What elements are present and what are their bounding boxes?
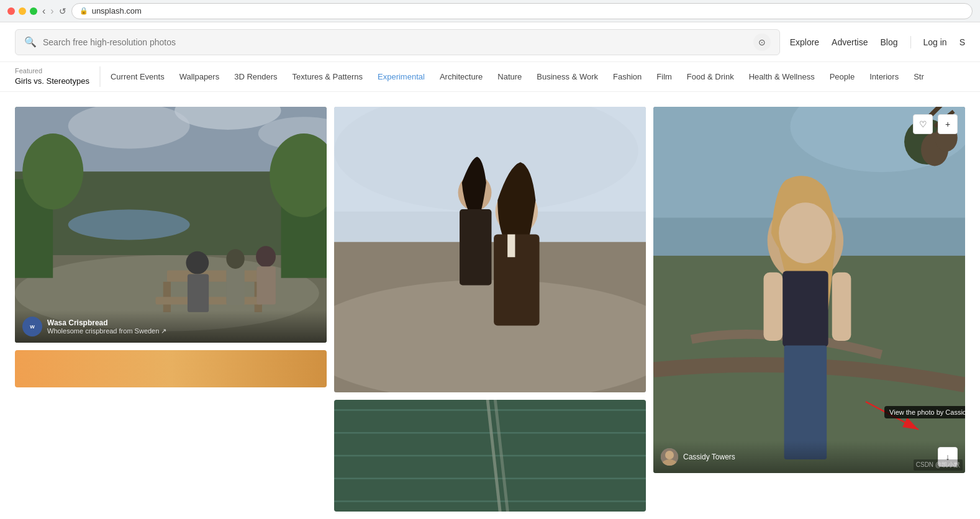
sponsor-badge: W Wasa Crispbread Wholesome crispbread f… — [15, 310, 327, 343]
svg-point-26 — [334, 280, 646, 392]
search-bar-container: 🔍 ⊙ Explore Advertise Blog Log in S — [0, 22, 980, 62]
svg-rect-29 — [507, 235, 515, 258]
url-bar[interactable]: 🔒 unsplash.com — [71, 3, 973, 19]
minimize-window-button[interactable] — [19, 7, 26, 15]
svg-point-15 — [256, 246, 276, 267]
watermark: CSDN @凯小默 — [914, 459, 963, 471]
svg-point-13 — [226, 249, 244, 269]
svg-rect-28 — [494, 235, 539, 326]
advertise-link[interactable]: Advertise — [832, 37, 868, 47]
submit-button[interactable]: S — [960, 37, 965, 47]
visual-search-button[interactable]: ⊙ — [753, 34, 771, 51]
category-item-current-events[interactable]: Current Events — [111, 70, 165, 84]
photo-card-picnic[interactable]: W Wasa Crispbread Wholesome crispbread f… — [15, 107, 327, 343]
reload-button[interactable]: ↺ — [59, 6, 66, 16]
svg-rect-31 — [460, 209, 491, 285]
svg-point-48 — [779, 202, 832, 263]
sponsor-text: Wasa Crispbread Wholesome crispbread fro… — [47, 318, 166, 335]
photo-column-2 — [334, 107, 646, 512]
category-item-health-wellness[interactable]: Health & Wellness — [749, 70, 815, 84]
forward-button: › — [50, 6, 53, 17]
search-input[interactable] — [43, 37, 747, 47]
photographer-name: Cassidy Towers — [683, 453, 735, 461]
photo-actions: ♡ + — [913, 114, 958, 134]
category-item-experimental[interactable]: Experimental — [378, 70, 425, 84]
photographer-avatar — [661, 448, 678, 466]
category-item-interiors[interactable]: Interiors — [869, 70, 899, 84]
featured-section: Featured Girls vs. Stereotypes — [15, 66, 101, 88]
back-button[interactable]: ‹ — [42, 6, 45, 17]
login-button[interactable]: Log in — [923, 37, 947, 47]
svg-rect-49 — [783, 271, 828, 346]
photo-card-partial[interactable] — [15, 350, 327, 387]
explore-link[interactable]: Explore — [790, 37, 819, 47]
photo-column-3: ♡ + View the photo by Cassio — [653, 107, 965, 473]
svg-point-19 — [22, 133, 83, 209]
photo-card-women-beach[interactable] — [334, 107, 646, 392]
featured-link[interactable]: Girls vs. Stereotypes — [15, 76, 89, 87]
photo-card-aerial[interactable] — [334, 400, 646, 512]
photo-card-woman-nature[interactable]: ♡ + View the photo by Cassio — [653, 107, 965, 473]
category-item-textures-patterns[interactable]: Textures & Patterns — [293, 70, 363, 84]
search-icon: 🔍 — [24, 36, 37, 48]
search-bar[interactable]: 🔍 ⊙ — [15, 29, 780, 55]
category-item-fashion[interactable]: Fashion — [613, 70, 642, 84]
lens-icon: ⊙ — [758, 37, 766, 47]
category-nav: Featured Girls vs. Stereotypes Current E… — [0, 62, 980, 92]
lock-icon: 🔒 — [79, 7, 88, 15]
category-item-architecture[interactable]: Architecture — [440, 70, 483, 84]
nav-divider — [910, 36, 911, 48]
like-button[interactable]: ♡ — [913, 114, 933, 134]
sponsor-logo: W — [22, 317, 42, 336]
photo-grid: W Wasa Crispbread Wholesome crispbread f… — [0, 92, 980, 519]
top-nav: Explore Advertise Blog Log in S — [790, 36, 965, 48]
browser-window-controls — [7, 7, 37, 15]
blog-link[interactable]: Blog — [880, 37, 897, 47]
photo-column-1: W Wasa Crispbread Wholesome crispbread f… — [15, 107, 327, 387]
maximize-window-button[interactable] — [30, 7, 37, 15]
url-text: unsplash.com — [92, 6, 142, 16]
browser-chrome: ‹ › ↺ 🔒 unsplash.com — [0, 0, 980, 22]
category-items: Current Events Wallpapers 3D Renders Tex… — [111, 70, 924, 84]
category-item-business-work[interactable]: Business & Work — [537, 70, 598, 84]
heart-icon: ♡ — [919, 119, 927, 129]
svg-rect-16 — [256, 266, 276, 304]
category-item-film[interactable]: Film — [656, 70, 672, 84]
svg-point-21 — [68, 210, 190, 240]
svg-rect-12 — [188, 274, 209, 312]
category-item-people[interactable]: People — [830, 70, 855, 84]
category-item-wallpapers[interactable]: Wallpapers — [179, 70, 220, 84]
category-item-nature[interactable]: Nature — [497, 70, 522, 84]
svg-rect-51 — [764, 273, 783, 341]
arrow-icon: ↗ — [161, 327, 166, 335]
sponsor-name: Wasa Crispbread — [47, 318, 166, 327]
svg-point-56 — [665, 451, 674, 459]
category-item-str[interactable]: Str — [914, 70, 924, 84]
svg-point-11 — [186, 251, 209, 274]
category-item-3d-renders[interactable]: 3D Renders — [234, 70, 277, 84]
svg-rect-14 — [226, 269, 244, 305]
svg-rect-52 — [832, 273, 851, 341]
plus-icon: + — [945, 119, 950, 129]
featured-label: Featured — [15, 66, 89, 76]
category-item-food-drink[interactable]: Food & Drink — [687, 70, 734, 84]
close-window-button[interactable] — [7, 7, 15, 15]
sponsor-tagline: Wholesome crispbread from Sweden ↗ — [47, 327, 166, 335]
add-to-collection-button[interactable]: + — [938, 114, 958, 134]
photographer-info: Cassidy Towers — [661, 448, 735, 466]
